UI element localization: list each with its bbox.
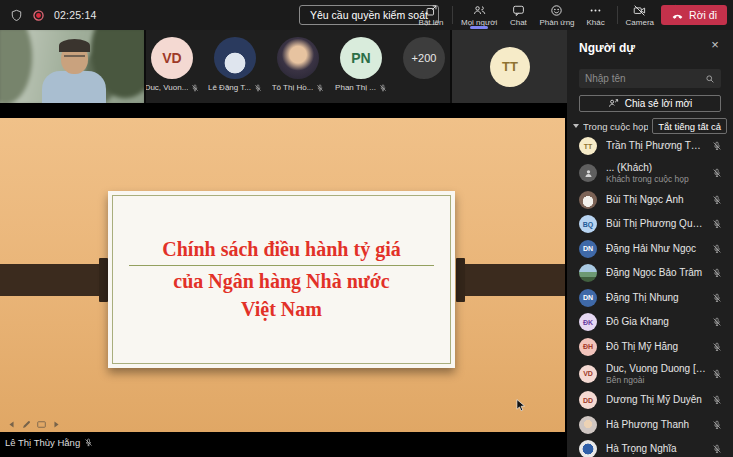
search-icon: [705, 74, 715, 84]
participant-row[interactable]: ĐK Đỗ Gia Khang: [567, 310, 733, 335]
search-input[interactable]: [585, 73, 701, 84]
participant-row[interactable]: Hà Trọng Nghĩa: [567, 437, 733, 457]
mic-off-icon[interactable]: [712, 244, 722, 254]
participant-avatar: PN: [340, 37, 382, 79]
mic-off-icon[interactable]: [712, 420, 722, 430]
participant-avatar: [579, 264, 597, 282]
hangup-icon: [671, 9, 684, 22]
presenter-name: Lê Thị Thùy Hằng: [5, 437, 80, 448]
close-panel-button[interactable]: ×: [705, 35, 725, 55]
meeting-toolbar: 02:25:14 Yêu cầu quyền kiểm soát Bật lên…: [0, 0, 733, 30]
people-button[interactable]: Mọi người: [457, 0, 501, 30]
strip-participant[interactable]: Tô Thị Hồ...: [272, 37, 324, 103]
participant-avatar: [277, 37, 319, 79]
meeting-status: 02:25:14: [10, 0, 96, 30]
slide-ribbon-cap: [456, 258, 465, 302]
mic-off-icon[interactable]: [712, 195, 722, 205]
participant-avatar: TT: [579, 137, 597, 155]
slide-title: Chính sách điều hành tỷ giá của Ngân hàn…: [108, 191, 455, 323]
more-button[interactable]: Khác: [579, 0, 613, 30]
share-invite-label: Chia sẻ lời mời: [625, 98, 693, 109]
mic-off-icon[interactable]: [712, 444, 722, 454]
participant-name: Hà Trọng Nghĩa: [606, 443, 706, 455]
participant-label: Tô Thị Hồ...: [272, 83, 314, 92]
chevron-down-icon[interactable]: [573, 124, 579, 128]
in-meeting-section: Trong cuộc họp này (206) Tắt tiếng tất c…: [573, 118, 727, 134]
mic-off-icon[interactable]: [712, 317, 722, 327]
participant-row[interactable]: TT Trần Thị Phương Thanh: [567, 134, 733, 159]
participant-row[interactable]: VD Duc, Vuong Duong [DFVN] Bên ngoài: [567, 359, 733, 388]
toolbar-divider: [617, 6, 618, 24]
mic-off-icon: [84, 438, 93, 447]
strip-participant[interactable]: +200: [398, 37, 450, 103]
participant-name: Trần Thị Phương Thanh: [606, 140, 706, 152]
participant-row[interactable]: DN Đặng Hải Như Ngọc: [567, 237, 733, 262]
people-icon: [473, 4, 486, 17]
mic-off-icon[interactable]: [712, 395, 722, 405]
participant-row[interactable]: BQ Bùi Thị Phương Quyền: [567, 212, 733, 237]
participant-label: Duc, Vuon...: [145, 83, 189, 92]
slide-title-rule: [129, 265, 434, 266]
participant-row[interactable]: ... (Khách) Khách trong cuộc họp: [567, 159, 733, 188]
camera-label: Camera: [626, 18, 654, 27]
participant-subtitle: Khách trong cuộc họp: [606, 174, 706, 184]
spotlight-avatar: TT: [490, 47, 530, 87]
popout-button[interactable]: Bật lên: [414, 0, 448, 30]
search-box[interactable]: [579, 69, 721, 88]
participant-label: Phan Thị ...: [335, 83, 376, 92]
participants-panel: Người dự × Chia sẻ lời mời Trong cuộc họ…: [567, 30, 733, 457]
camera-button[interactable]: Camera: [622, 0, 658, 30]
leave-button[interactable]: Rời đi: [661, 5, 727, 25]
strip-participant[interactable]: VD Duc, Vuon...: [146, 37, 198, 103]
participant-avatar: [579, 191, 597, 209]
participant-filmstrip: VD Duc, Vuon... Lê Đặng T... Tô Thị Hồ..…: [0, 30, 565, 103]
chat-label: Chat: [510, 18, 527, 27]
slide-ribbon-left: [0, 264, 101, 296]
mic-off-icon[interactable]: [712, 219, 722, 229]
participant-row[interactable]: DN Đặng Thị Nhung: [567, 286, 733, 311]
mic-off-icon: [254, 84, 262, 92]
slide-ribbon-cap: [99, 258, 108, 302]
participant-avatar: ĐH: [579, 338, 597, 356]
participant-row[interactable]: ĐH Đỗ Thị Mỹ Hằng: [567, 335, 733, 360]
chat-button[interactable]: Chat: [501, 0, 535, 30]
prev-slide-icon: [6, 419, 17, 430]
mic-off-icon[interactable]: [712, 293, 722, 303]
reactions-button[interactable]: Phản ứng: [535, 0, 578, 30]
participant-name: Đỗ Thị Mỹ Hằng: [606, 341, 706, 353]
participant-avatar: VD: [579, 365, 597, 383]
strip-avatars: VD Duc, Vuon... Lê Đặng T... Tô Thị Hồ..…: [146, 30, 450, 103]
participant-name: Duc, Vuong Duong [DFVN]: [606, 363, 706, 375]
mic-off-icon[interactable]: [712, 369, 722, 379]
meeting-timer: 02:25:14: [54, 9, 96, 21]
reactions-label: Phản ứng: [539, 18, 574, 27]
participant-row[interactable]: Bùi Thị Ngọc Ánh: [567, 188, 733, 213]
mic-off-icon[interactable]: [712, 342, 722, 352]
mute-all-button[interactable]: Tắt tiếng tất cả: [652, 118, 727, 134]
slide-ribbon-right: [463, 264, 565, 296]
strip-participant[interactable]: Lê Đặng T...: [209, 37, 261, 103]
live-video-tile[interactable]: [0, 30, 146, 103]
participant-row[interactable]: DD Dương Thị Mỹ Duyên: [567, 388, 733, 413]
participant-avatar: DN: [579, 289, 597, 307]
mic-off-icon[interactable]: [712, 268, 722, 278]
mic-off-icon[interactable]: [712, 168, 722, 178]
participant-avatar: [579, 416, 597, 434]
popout-icon: [425, 4, 438, 17]
spotlight-tile[interactable]: TT: [450, 30, 568, 103]
slide-title-card: Chính sách điều hành tỷ giá của Ngân hàn…: [108, 191, 455, 368]
strip-participant[interactable]: PN Phan Thị ...: [335, 37, 387, 103]
reactions-icon: [550, 4, 563, 17]
more-label: Khác: [586, 18, 604, 27]
participant-name: Bùi Thị Phương Quyền: [606, 218, 706, 230]
shared-slide: Chính sách điều hành tỷ giá của Ngân hàn…: [0, 118, 565, 432]
participant-avatar: DD: [579, 391, 597, 409]
security-shield-icon: [10, 9, 23, 22]
pen-tool-icon: [21, 419, 32, 430]
participant-row[interactable]: Hà Phương Thanh: [567, 413, 733, 438]
mic-off-icon[interactable]: [712, 141, 722, 151]
participant-row[interactable]: Đặng Ngọc Bảo Trâm: [567, 261, 733, 286]
participant-avatar: +200: [403, 37, 445, 79]
share-invite-button[interactable]: Chia sẻ lời mời: [579, 95, 721, 112]
popout-label: Bật lên: [419, 18, 444, 27]
